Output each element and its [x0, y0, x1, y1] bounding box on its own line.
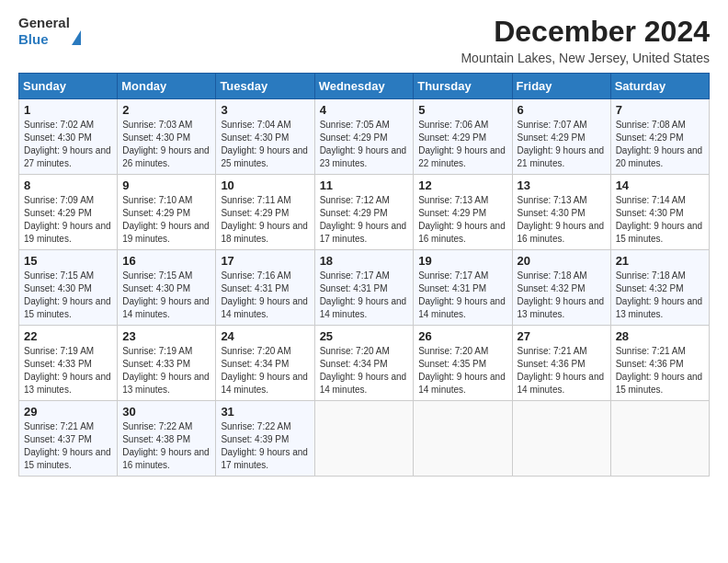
day-number: 10 — [221, 178, 309, 192]
calendar-weekday-thursday: Thursday — [414, 74, 512, 99]
day-number: 21 — [616, 254, 704, 268]
day-info: Sunrise: 7:22 AM Sunset: 4:39 PM Dayligh… — [221, 420, 309, 472]
page-title: December 2024 — [461, 15, 710, 49]
day-info: Sunrise: 7:15 AM Sunset: 4:30 PM Dayligh… — [122, 270, 210, 321]
day-info: Sunrise: 7:05 AM Sunset: 4:29 PM Dayligh… — [320, 119, 409, 170]
day-number: 12 — [418, 178, 506, 192]
calendar-cell: 12Sunrise: 7:13 AM Sunset: 4:29 PM Dayli… — [414, 175, 512, 250]
calendar-week-row: 1Sunrise: 7:02 AM Sunset: 4:30 PM Daylig… — [19, 99, 710, 175]
day-number: 2 — [122, 103, 210, 117]
day-number: 30 — [122, 405, 210, 419]
day-number: 5 — [418, 103, 506, 117]
day-number: 4 — [320, 103, 409, 117]
calendar-cell: 24Sunrise: 7:20 AM Sunset: 4:34 PM Dayli… — [216, 326, 314, 401]
day-number: 29 — [24, 405, 112, 419]
day-info: Sunrise: 7:10 AM Sunset: 4:29 PM Dayligh… — [122, 194, 210, 246]
day-number: 31 — [221, 405, 309, 419]
day-info: Sunrise: 7:19 AM Sunset: 4:33 PM Dayligh… — [24, 345, 112, 396]
day-number: 28 — [616, 329, 704, 343]
day-number: 1 — [24, 103, 112, 117]
calendar-cell: 1Sunrise: 7:02 AM Sunset: 4:30 PM Daylig… — [19, 99, 118, 175]
calendar-cell: 9Sunrise: 7:10 AM Sunset: 4:29 PM Daylig… — [118, 175, 216, 250]
calendar-cell: 2Sunrise: 7:03 AM Sunset: 4:30 PM Daylig… — [118, 99, 216, 175]
calendar-weekday-wednesday: Wednesday — [314, 74, 414, 99]
calendar-weekday-sunday: Sunday — [19, 74, 118, 99]
day-info: Sunrise: 7:02 AM Sunset: 4:30 PM Dayligh… — [24, 119, 112, 170]
day-number: 3 — [221, 103, 309, 117]
calendar-body: 1Sunrise: 7:02 AM Sunset: 4:30 PM Daylig… — [19, 99, 710, 477]
calendar-cell: 23Sunrise: 7:19 AM Sunset: 4:33 PM Dayli… — [118, 326, 216, 401]
calendar-cell: 11Sunrise: 7:12 AM Sunset: 4:29 PM Dayli… — [314, 175, 414, 250]
calendar-cell — [414, 401, 512, 477]
calendar-cell: 10Sunrise: 7:11 AM Sunset: 4:29 PM Dayli… — [216, 175, 314, 250]
logo-triangle-icon — [72, 15, 81, 45]
day-info: Sunrise: 7:04 AM Sunset: 4:30 PM Dayligh… — [221, 119, 309, 170]
title-block: December 2024 Mountain Lakes, New Jersey… — [461, 15, 710, 65]
calendar-cell: 16Sunrise: 7:15 AM Sunset: 4:30 PM Dayli… — [118, 250, 216, 326]
calendar-cell: 7Sunrise: 7:08 AM Sunset: 4:29 PM Daylig… — [610, 99, 709, 175]
day-info: Sunrise: 7:03 AM Sunset: 4:30 PM Dayligh… — [122, 119, 210, 170]
calendar-cell: 26Sunrise: 7:20 AM Sunset: 4:35 PM Dayli… — [414, 326, 512, 401]
day-number: 24 — [221, 329, 309, 343]
day-number: 19 — [418, 254, 506, 268]
day-number: 22 — [24, 329, 112, 343]
calendar-cell: 18Sunrise: 7:17 AM Sunset: 4:31 PM Dayli… — [314, 250, 414, 326]
calendar-cell — [610, 401, 709, 477]
calendar-week-row: 22Sunrise: 7:19 AM Sunset: 4:33 PM Dayli… — [19, 326, 710, 401]
day-info: Sunrise: 7:20 AM Sunset: 4:34 PM Dayligh… — [221, 345, 309, 396]
calendar-cell: 3Sunrise: 7:04 AM Sunset: 4:30 PM Daylig… — [216, 99, 314, 175]
calendar-cell — [314, 401, 414, 477]
calendar-week-row: 8Sunrise: 7:09 AM Sunset: 4:29 PM Daylig… — [19, 175, 710, 250]
calendar-header-row: SundayMondayTuesdayWednesdayThursdayFrid… — [19, 74, 710, 99]
calendar-weekday-monday: Monday — [118, 74, 216, 99]
day-info: Sunrise: 7:06 AM Sunset: 4:29 PM Dayligh… — [418, 119, 506, 170]
calendar-cell: 31Sunrise: 7:22 AM Sunset: 4:39 PM Dayli… — [216, 401, 314, 477]
calendar-cell: 29Sunrise: 7:21 AM Sunset: 4:37 PM Dayli… — [19, 401, 118, 477]
calendar-cell: 8Sunrise: 7:09 AM Sunset: 4:29 PM Daylig… — [19, 175, 118, 250]
day-number: 25 — [320, 329, 409, 343]
calendar-cell: 6Sunrise: 7:07 AM Sunset: 4:29 PM Daylig… — [512, 99, 610, 175]
day-info: Sunrise: 7:08 AM Sunset: 4:29 PM Dayligh… — [616, 119, 704, 170]
calendar-cell: 15Sunrise: 7:15 AM Sunset: 4:30 PM Dayli… — [19, 250, 118, 326]
day-number: 23 — [122, 329, 210, 343]
day-number: 27 — [518, 329, 606, 343]
day-number: 11 — [320, 178, 409, 192]
calendar-cell: 21Sunrise: 7:18 AM Sunset: 4:32 PM Dayli… — [610, 250, 709, 326]
day-info: Sunrise: 7:20 AM Sunset: 4:34 PM Dayligh… — [320, 345, 409, 396]
day-info: Sunrise: 7:18 AM Sunset: 4:32 PM Dayligh… — [616, 270, 704, 321]
day-number: 17 — [221, 254, 309, 268]
calendar-week-row: 15Sunrise: 7:15 AM Sunset: 4:30 PM Dayli… — [19, 250, 710, 326]
calendar-cell: 19Sunrise: 7:17 AM Sunset: 4:31 PM Dayli… — [414, 250, 512, 326]
logo: General Blue — [18, 15, 81, 48]
day-number: 18 — [320, 254, 409, 268]
day-info: Sunrise: 7:12 AM Sunset: 4:29 PM Dayligh… — [320, 194, 409, 246]
day-info: Sunrise: 7:09 AM Sunset: 4:29 PM Dayligh… — [24, 194, 112, 246]
day-info: Sunrise: 7:18 AM Sunset: 4:32 PM Dayligh… — [518, 270, 606, 321]
calendar-weekday-saturday: Saturday — [610, 74, 709, 99]
day-number: 14 — [616, 178, 704, 192]
day-number: 8 — [24, 178, 112, 192]
day-number: 13 — [518, 178, 606, 192]
day-number: 9 — [122, 178, 210, 192]
day-info: Sunrise: 7:16 AM Sunset: 4:31 PM Dayligh… — [221, 270, 309, 321]
day-info: Sunrise: 7:14 AM Sunset: 4:30 PM Dayligh… — [616, 194, 704, 246]
calendar-week-row: 29Sunrise: 7:21 AM Sunset: 4:37 PM Dayli… — [19, 401, 710, 477]
day-info: Sunrise: 7:17 AM Sunset: 4:31 PM Dayligh… — [418, 270, 506, 321]
calendar-table: SundayMondayTuesdayWednesdayThursdayFrid… — [18, 73, 710, 477]
day-info: Sunrise: 7:21 AM Sunset: 4:36 PM Dayligh… — [518, 345, 606, 396]
day-number: 20 — [518, 254, 606, 268]
day-info: Sunrise: 7:17 AM Sunset: 4:31 PM Dayligh… — [320, 270, 409, 321]
calendar-cell: 5Sunrise: 7:06 AM Sunset: 4:29 PM Daylig… — [414, 99, 512, 175]
calendar-cell: 20Sunrise: 7:18 AM Sunset: 4:32 PM Dayli… — [512, 250, 610, 326]
calendar-cell: 17Sunrise: 7:16 AM Sunset: 4:31 PM Dayli… — [216, 250, 314, 326]
logo-text-blue: Blue — [18, 31, 49, 47]
day-info: Sunrise: 7:13 AM Sunset: 4:29 PM Dayligh… — [418, 194, 506, 246]
day-number: 26 — [418, 329, 506, 343]
day-info: Sunrise: 7:22 AM Sunset: 4:38 PM Dayligh… — [122, 420, 210, 472]
calendar-cell: 13Sunrise: 7:13 AM Sunset: 4:30 PM Dayli… — [512, 175, 610, 250]
header: General Blue December 2024 Mountain Lake… — [18, 15, 710, 65]
day-info: Sunrise: 7:21 AM Sunset: 4:36 PM Dayligh… — [616, 345, 704, 396]
calendar-cell: 27Sunrise: 7:21 AM Sunset: 4:36 PM Dayli… — [512, 326, 610, 401]
day-number: 7 — [616, 103, 704, 117]
calendar-cell: 30Sunrise: 7:22 AM Sunset: 4:38 PM Dayli… — [118, 401, 216, 477]
